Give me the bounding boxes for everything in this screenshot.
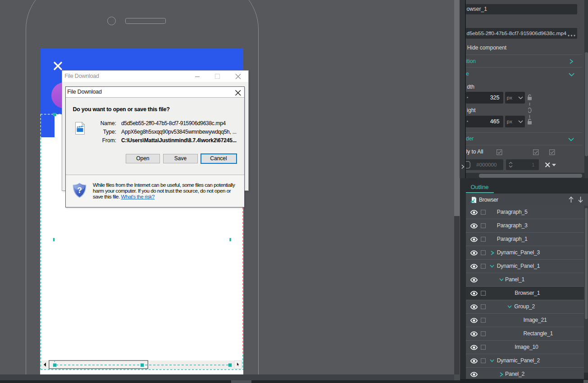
svg-text:?: ?: [77, 186, 82, 195]
